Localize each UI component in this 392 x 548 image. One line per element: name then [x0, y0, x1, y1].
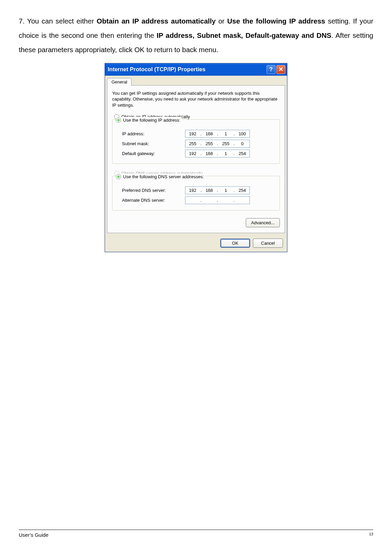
- octet: 100: [235, 131, 250, 136]
- subnet-mask-field[interactable]: 255. 255. 255. 0: [185, 140, 250, 148]
- alternate-dns-row: Alternate DNS server: . . .: [122, 196, 276, 204]
- default-gateway-label: Default gateway:: [122, 151, 185, 156]
- radio-use-following-dns[interactable]: Use the following DNS server addresses:: [116, 173, 204, 180]
- text: 7. You can select either: [19, 17, 97, 25]
- octet: 254: [235, 188, 250, 193]
- octet: 255: [218, 141, 233, 146]
- alternate-dns-label: Alternate DNS server:: [122, 198, 185, 203]
- close-button[interactable]: ✕: [276, 65, 285, 74]
- octet: 255: [185, 141, 200, 146]
- tab-panel-general: You can get IP settings assigned automat…: [107, 85, 285, 233]
- bold-fields: IP address, Subnet mask, Default-gateway…: [157, 31, 331, 39]
- ip-address-group: Use the following IP address: IP address…: [112, 119, 280, 164]
- octet: 1: [218, 188, 233, 193]
- instruction-paragraph: 7. You can select either Obtain an IP ad…: [19, 14, 373, 57]
- bold-opt2: Use the following IP address: [227, 17, 325, 25]
- default-gateway-field[interactable]: 192. 168. 1. 254: [185, 150, 250, 157]
- page-footer: User’s Guide 13: [19, 530, 373, 538]
- octet: 168: [202, 151, 217, 156]
- ok-button[interactable]: OK: [220, 239, 250, 248]
- page-number: 13: [369, 532, 373, 538]
- bold-opt1: Obtain an IP address automatically: [97, 17, 216, 25]
- radio-label: Use the following DNS server addresses:: [123, 174, 204, 179]
- dialog-button-bar: OK Cancel: [105, 235, 287, 252]
- octet: 1: [218, 131, 233, 136]
- tcpip-properties-dialog: Internet Protocol (TCP/IP) Properties ? …: [105, 63, 287, 253]
- octet: 168: [202, 188, 217, 193]
- default-gateway-row: Default gateway: 192. 168. 1. 254: [122, 150, 276, 157]
- alternate-dns-field[interactable]: . . .: [185, 196, 250, 204]
- radio-use-following-ip[interactable]: Use the following IP address:: [116, 117, 180, 123]
- text: or: [216, 17, 227, 25]
- ip-address-label: IP address:: [122, 131, 185, 136]
- tab-general[interactable]: General: [107, 78, 132, 86]
- intro-text: You can get IP settings assigned automat…: [112, 90, 280, 108]
- octet: 192: [185, 151, 200, 156]
- titlebar: Internet Protocol (TCP/IP) Properties ? …: [105, 63, 287, 76]
- octet: 1: [218, 151, 233, 156]
- preferred-dns-label: Preferred DNS server:: [122, 188, 185, 193]
- preferred-dns-field[interactable]: 192. 168. 1. 254: [185, 186, 250, 194]
- radio-label: Use the following IP address:: [123, 118, 180, 123]
- ip-address-row: IP address: 192. 168. 1. 100: [122, 130, 276, 138]
- octet: 254: [235, 151, 250, 156]
- octet: 255: [202, 141, 217, 146]
- radio-icon: [116, 118, 121, 123]
- preferred-dns-row: Preferred DNS server: 192. 168. 1. 254: [122, 186, 276, 194]
- ip-address-field[interactable]: 192. 168. 1. 100: [185, 130, 250, 138]
- dns-group: Use the following DNS server addresses: …: [112, 176, 280, 211]
- octet: 0: [235, 141, 250, 146]
- cancel-button[interactable]: Cancel: [253, 239, 283, 248]
- dialog-title: Internet Protocol (TCP/IP) Properties: [108, 66, 266, 73]
- tab-strip: General: [105, 76, 287, 85]
- octet: 192: [185, 188, 200, 193]
- radio-icon: [116, 174, 121, 179]
- subnet-mask-label: Subnet mask:: [122, 141, 185, 146]
- subnet-mask-row: Subnet mask: 255. 255. 255. 0: [122, 140, 276, 148]
- footer-left: User’s Guide: [19, 532, 48, 538]
- help-button[interactable]: ?: [267, 65, 275, 74]
- octet: 168: [202, 131, 217, 136]
- octet: 192: [185, 131, 200, 136]
- advanced-button[interactable]: Advanced...: [246, 218, 280, 227]
